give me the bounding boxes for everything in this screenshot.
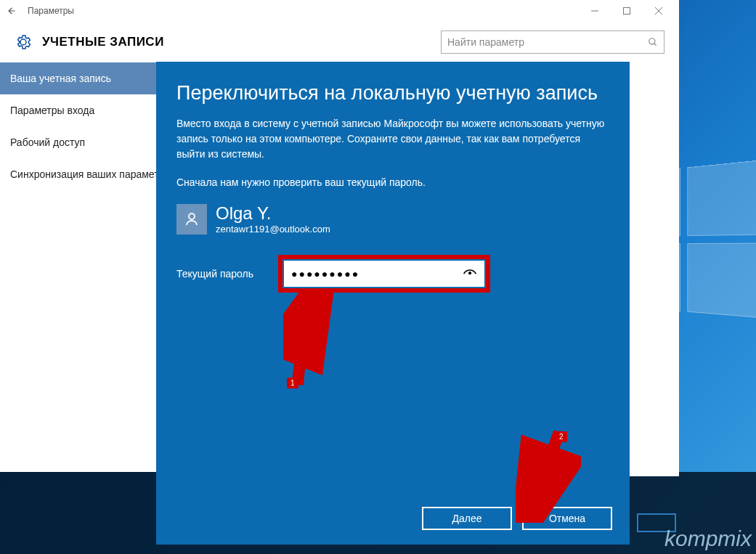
annotation-arrow-2 (516, 428, 581, 523)
minimize-icon (591, 7, 598, 15)
close-button[interactable] (643, 1, 675, 21)
annotation-highlight-1 (278, 255, 490, 293)
dialog-paragraph-1: Вместо входа в систему с учетной записью… (176, 116, 609, 162)
person-icon (183, 211, 200, 228)
svg-rect-0 (624, 8, 630, 15)
search-placeholder: Найти параметр (447, 36, 648, 48)
reveal-password-button[interactable] (461, 265, 479, 282)
sidebar-item-label: Ваша учетная запись (10, 73, 111, 84)
annotation-badge-1: 1 (287, 378, 298, 388)
avatar (176, 204, 207, 235)
user-display-name: Olga Y. (216, 203, 330, 224)
titlebar: Параметры (0, 0, 679, 22)
eye-icon (463, 266, 477, 281)
maximize-icon (623, 7, 630, 15)
dialog-title: Переключиться на локальную учетную запис… (176, 82, 609, 105)
dialog-paragraph-2: Сначала нам нужно проверить ваш текущий … (176, 175, 609, 190)
search-input[interactable]: Найти параметр (441, 30, 664, 54)
arrow-left-icon (7, 6, 17, 16)
sidebar-item-label: Параметры входа (10, 105, 94, 116)
svg-point-2 (468, 272, 471, 274)
current-password-input[interactable] (290, 267, 461, 280)
annotation-badge-2: 2 (556, 431, 567, 442)
sidebar-item-label: Синхронизация ваших параметров (10, 168, 176, 180)
user-email: zentawr1191@outlook.com (216, 224, 330, 235)
svg-point-1 (649, 38, 655, 44)
close-icon (655, 7, 662, 15)
password-field-container (284, 261, 484, 287)
page-header: УЧЕТНЫЕ ЗАПИСИ Найти параметр (0, 22, 679, 62)
annotation-arrow-1 (283, 290, 334, 392)
watermark: kompmix (664, 526, 752, 551)
minimize-button[interactable] (579, 1, 611, 21)
page-title: УЧЕТНЫЕ ЗАПИСИ (42, 35, 164, 49)
next-button-label: Далее (452, 513, 481, 524)
search-icon (648, 37, 658, 47)
maximize-button[interactable] (611, 1, 643, 21)
back-button[interactable] (4, 4, 19, 18)
password-label: Текущий пароль (176, 268, 278, 280)
sidebar-item-label: Рабочий доступ (10, 137, 85, 148)
current-user: Olga Y. zentawr1191@outlook.com (176, 203, 609, 235)
gear-icon (15, 33, 32, 51)
next-button[interactable]: Далее (422, 507, 512, 530)
window-title: Параметры (28, 6, 74, 16)
